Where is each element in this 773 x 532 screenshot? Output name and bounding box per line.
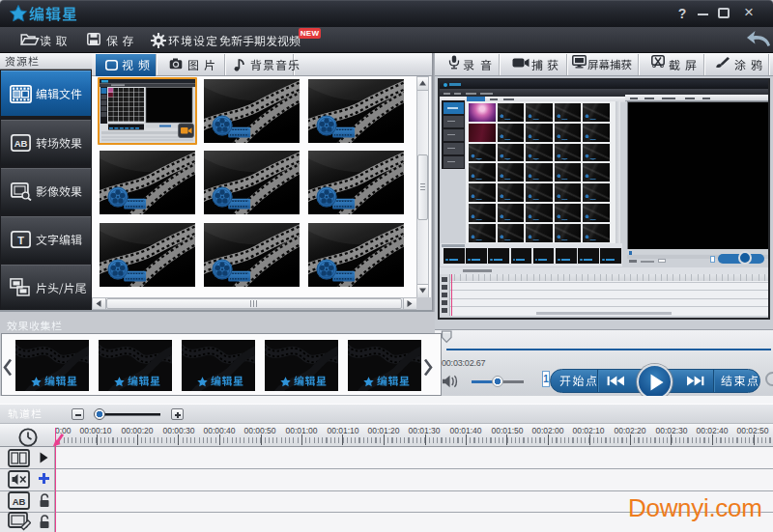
svg-text:AB: AB [14,138,28,149]
svg-text:T: T [17,235,24,246]
svg-text:AB: AB [13,496,26,507]
